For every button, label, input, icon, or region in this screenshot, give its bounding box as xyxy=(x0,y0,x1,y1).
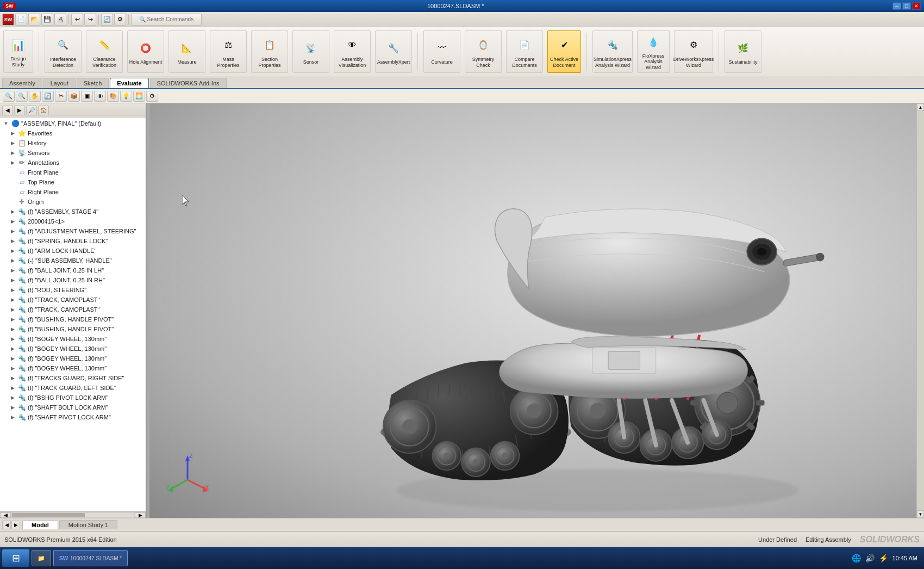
expand-guard-right[interactable]: ▶ xyxy=(9,374,16,382)
tree-bogey-1[interactable]: ▶ 🔩 (f) "BOGEY WHEEL, 130mm" xyxy=(0,334,146,344)
tree-assembly-stage4[interactable]: ▶ 🔩 (f) "ASSEMBLY, STAGE 4" xyxy=(0,207,146,217)
tree-rod-steering[interactable]: ▶ 🔩 (f) "ROD, STEERING" xyxy=(0,285,146,295)
driveworks-button[interactable]: ⚙ DriveWorksXpress Wizard xyxy=(674,30,713,73)
expand-arm-lock[interactable]: ▶ xyxy=(9,247,16,255)
expand-bogey4[interactable]: ▶ xyxy=(9,364,16,372)
tree-bushing-pivot-1[interactable]: ▶ 🔩 (f) "BUSHING, HANDLE PIVOT" xyxy=(0,314,146,324)
tree-bogey-4[interactable]: ▶ 🔩 (f) "BOGEY WHEEL, 130mm" xyxy=(0,363,146,373)
tree-ball-joint-lh[interactable]: ▶ 🔩 (f) "BALL JOINT, 0.25 IN LH" xyxy=(0,265,146,275)
assemblyxpert-button[interactable]: 🔧 AssemblyXpert xyxy=(375,30,412,73)
tree-forward-btn[interactable]: ▶ xyxy=(14,106,25,115)
section-view-btn[interactable]: ✂ xyxy=(55,91,67,102)
curvature-button[interactable]: 〰 Curvature xyxy=(423,30,460,73)
tree-bshg-pivot[interactable]: ▶ 🔩 (f) "BSHG PIVOT LOCK ARM" xyxy=(0,393,146,403)
expand-ball-lh[interactable]: ▶ xyxy=(9,267,16,274)
view-settings-btn[interactable]: ⚙ xyxy=(146,91,158,102)
simxpress-button[interactable]: 🔩 SimulationXpress Analysis Wizard xyxy=(592,30,633,73)
zoom-in-btn[interactable]: 🔍 xyxy=(16,91,28,102)
hscroll-left[interactable]: ◀ xyxy=(0,512,11,518)
expand-annotations[interactable]: ▶ xyxy=(9,159,16,166)
tree-front-plane[interactable]: ▶ ▱ Front Plane xyxy=(0,168,146,177)
expand-track1[interactable]: ▶ xyxy=(9,296,16,304)
tree-bogey-3[interactable]: ▶ 🔩 (f) "BOGEY WHEEL, 130mm" xyxy=(0,354,146,363)
section-properties-button[interactable]: 📋 Section Properties xyxy=(251,30,288,73)
assembly-visualization-button[interactable]: 👁 Assembly Visualization xyxy=(334,30,371,73)
expand-rod[interactable]: ▶ xyxy=(9,286,16,294)
redo-button[interactable]: ↪ xyxy=(84,14,96,26)
restore-button[interactable]: □ xyxy=(902,2,911,10)
save-button[interactable]: 💾 xyxy=(41,14,53,26)
design-study-button[interactable]: 📊 Design Study xyxy=(3,30,33,73)
tree-search-btn[interactable]: 🔎 xyxy=(26,106,37,115)
open-button[interactable]: 📂 xyxy=(28,14,40,26)
tree-shaft-pivot[interactable]: ▶ 🔩 (f) "SHAFT PIVOT LOCK ARM" xyxy=(0,412,146,422)
tab-sketch[interactable]: Sketch xyxy=(77,78,109,88)
tree-20000415[interactable]: ▶ 🔩 20000415<1> xyxy=(0,217,146,226)
tree-annotations[interactable]: ▶ ✏ Annotations xyxy=(0,158,146,168)
options-button[interactable]: ⚙ xyxy=(114,14,126,26)
rotate-btn[interactable]: 🔄 xyxy=(42,91,54,102)
expand-track2[interactable]: ▶ xyxy=(9,306,16,313)
tree-favorites[interactable]: ▶ ⭐ Favorites xyxy=(0,128,146,138)
hide-show-btn[interactable]: 👁 xyxy=(94,91,106,102)
clearance-verification-button[interactable]: 📏 Clearance Verification xyxy=(86,30,123,73)
view-orientation-btn[interactable]: 📦 xyxy=(68,91,80,102)
tree-track-guard-left[interactable]: ▶ 🔩 (f) "TRACK GUARD, LEFT SIDE" xyxy=(0,383,146,393)
tree-hscroll[interactable]: ◀ ▶ xyxy=(0,511,146,518)
feature-tree-scroll[interactable]: ▼ 🔵 "ASSEMBLY, FINAL" (Default) ▶ ⭐ Favo… xyxy=(0,117,146,511)
floexpress-button[interactable]: 💧 FloXpress Analysis Wizard xyxy=(637,30,670,73)
3d-viewport[interactable]: Z X Y ▲ ▼ xyxy=(149,103,924,518)
start-button[interactable]: ⊞ xyxy=(2,549,29,567)
expand-shaft-pivot[interactable]: ▶ xyxy=(9,413,16,421)
pan-btn[interactable]: ✋ xyxy=(29,91,41,102)
tab-evaluate[interactable]: Evaluate xyxy=(110,78,148,88)
model-tab[interactable]: Model xyxy=(22,520,58,529)
expand-bshg[interactable]: ▶ xyxy=(9,394,16,401)
vscroll-down[interactable]: ▼ xyxy=(917,510,924,518)
expand-favorites[interactable]: ▶ xyxy=(9,129,16,137)
tree-top-plane[interactable]: ▶ ▱ Top Plane xyxy=(0,177,146,187)
compare-documents-button[interactable]: 📄 Compare Documents xyxy=(506,30,543,73)
tree-arm-lock[interactable]: ▶ 🔩 (f) "ARM LOCK HANDLE" xyxy=(0,246,146,256)
motion-study-tab[interactable]: Motion Study 1 xyxy=(59,520,117,529)
expand-stage4[interactable]: ▶ xyxy=(9,208,16,215)
tree-bogey-2[interactable]: ▶ 🔩 (f) "BOGEY WHEEL, 130mm" xyxy=(0,344,146,354)
undo-button[interactable]: ↩ xyxy=(71,14,83,26)
check-active-button[interactable]: ✔ Check Active Document xyxy=(547,30,581,73)
display-style-btn[interactable]: ▣ xyxy=(81,91,93,102)
sw-menu-button[interactable]: SW xyxy=(2,14,14,26)
apply-scene-btn[interactable]: 🌅 xyxy=(133,91,145,102)
zoom-to-fit-btn[interactable]: 🔍 xyxy=(3,91,15,102)
symmetry-check-button[interactable]: 🪞 Symmetry Check xyxy=(465,30,502,73)
tab-addins[interactable]: SOLIDWORKS Add-Ins xyxy=(150,78,227,88)
tree-shaft-bolt[interactable]: ▶ 🔩 (f) "SHAFT BOLT LOCK ARM" xyxy=(0,403,146,412)
hscroll-right[interactable]: ▶ xyxy=(135,512,146,518)
vscroll-up[interactable]: ▲ xyxy=(917,103,924,111)
tree-tracks-guard-right[interactable]: ▶ 🔩 (f) "TRACKS GUARD, RIGHT SIDE" xyxy=(0,373,146,383)
expand-guard-left[interactable]: ▶ xyxy=(9,384,16,392)
expand-sensors[interactable]: ▶ xyxy=(9,149,16,157)
tree-track-camo-2[interactable]: ▶ 🔩 (f) "TRACK, CAMOPLAST" xyxy=(0,305,146,314)
taskbar-explorer[interactable]: 📁 xyxy=(32,550,51,566)
print-button[interactable]: 🖨 xyxy=(54,14,66,26)
tree-origin[interactable]: ▶ ✚ Origin xyxy=(0,197,146,207)
expand-adj-wheel[interactable]: ▶ xyxy=(9,227,16,235)
taskbar-solidworks[interactable]: SW 10000247.SLDASM * xyxy=(53,550,128,566)
expand-bogey3[interactable]: ▶ xyxy=(9,355,16,362)
measure-button[interactable]: 📐 Measure xyxy=(168,30,205,73)
tab-layout[interactable]: Layout xyxy=(43,78,76,88)
expand-bogey2[interactable]: ▶ xyxy=(9,345,16,352)
tree-expand-root[interactable]: ▼ xyxy=(2,120,10,127)
hole-alignment-button[interactable]: ⭕ Hole Alignment xyxy=(127,30,164,73)
tree-sensors[interactable]: ▶ 📡 Sensors xyxy=(0,148,146,158)
close-button[interactable]: ✕ xyxy=(912,2,921,10)
expand-ball-rh[interactable]: ▶ xyxy=(9,276,16,284)
rebuild-button[interactable]: 🔄 xyxy=(101,14,113,26)
new-button[interactable]: 📄 xyxy=(15,14,27,26)
tab-assembly[interactable]: Assembly xyxy=(2,78,42,88)
tree-right-plane[interactable]: ▶ ▱ Right Plane xyxy=(0,187,146,197)
mass-properties-button[interactable]: ⚖ Mass Properties xyxy=(210,30,247,73)
tree-home-btn[interactable]: 🏠 xyxy=(38,106,49,115)
next-tab-btn[interactable]: ▶ xyxy=(11,521,20,529)
tree-adjustment-wheel[interactable]: ▶ 🔩 (f) "ADJUSTMENT WHEEL, STEERING" xyxy=(0,226,146,236)
